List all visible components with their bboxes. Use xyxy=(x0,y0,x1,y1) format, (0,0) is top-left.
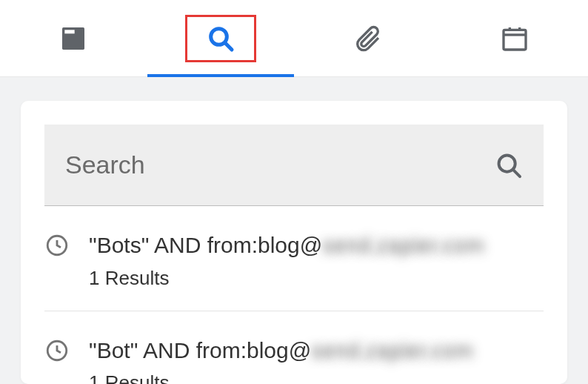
clock-icon xyxy=(44,338,70,363)
attachments-tab[interactable] xyxy=(294,0,441,76)
calendar-tab[interactable] xyxy=(441,0,589,76)
history-results-count: 1 Results xyxy=(89,371,544,384)
history-query-obscured: send.zapier.com xyxy=(322,233,484,257)
history-item-texts: "Bot" AND from:blog@send.zapier.com 1 Re… xyxy=(89,337,544,385)
history-query: "Bots" AND from:blog@send.zapier.com xyxy=(89,231,544,259)
search-field-row xyxy=(44,125,544,206)
history-query-obscured: send.zapier.com xyxy=(311,338,472,363)
svg-rect-4 xyxy=(504,30,526,50)
submit-search-button[interactable] xyxy=(495,151,523,179)
search-history-item[interactable]: "Bots" AND from:blog@send.zapier.com 1 R… xyxy=(44,206,544,311)
notes-tab[interactable] xyxy=(0,0,147,76)
history-item-texts: "Bots" AND from:blog@send.zapier.com 1 R… xyxy=(89,231,544,290)
history-query-visible: "Bot" AND from:blog@ xyxy=(89,338,311,363)
note-icon xyxy=(59,24,88,53)
search-input[interactable] xyxy=(65,150,495,179)
search-tab[interactable] xyxy=(147,0,295,76)
search-icon xyxy=(495,151,523,179)
search-card: "Bots" AND from:blog@send.zapier.com 1 R… xyxy=(21,101,567,384)
history-results-count: 1 Results xyxy=(89,267,544,290)
search-history-item[interactable]: "Bot" AND from:blog@send.zapier.com 1 Re… xyxy=(44,311,544,385)
svg-line-3 xyxy=(225,42,232,49)
svg-line-9 xyxy=(513,170,520,176)
history-query: "Bot" AND from:blog@send.zapier.com xyxy=(89,337,544,365)
calendar-icon xyxy=(500,24,529,53)
clock-icon xyxy=(44,233,70,258)
tab-bar xyxy=(0,0,588,77)
history-query-visible: "Bots" AND from:blog@ xyxy=(89,233,322,257)
content-area: "Bots" AND from:blog@send.zapier.com 1 R… xyxy=(0,77,588,384)
svg-rect-1 xyxy=(65,30,75,33)
search-icon xyxy=(206,24,235,53)
paperclip-icon xyxy=(353,24,382,53)
